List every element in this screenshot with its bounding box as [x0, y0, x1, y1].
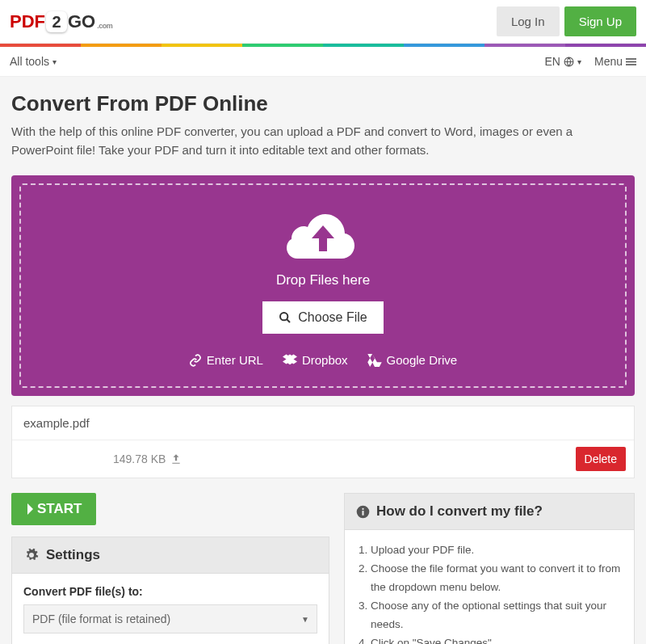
- login-button[interactable]: Log In: [497, 6, 560, 36]
- gears-icon: [23, 548, 40, 562]
- file-name: example.pdf: [12, 406, 634, 440]
- page-title: Convert From PDF Online: [11, 91, 635, 116]
- drop-label: Drop Files here: [34, 272, 612, 288]
- language-label: EN: [545, 55, 560, 68]
- signup-button[interactable]: Sign Up: [564, 6, 636, 36]
- help-heading: How do I convert my file?: [344, 493, 635, 530]
- help-step: Choose any of the optional settings that…: [371, 597, 623, 634]
- file-size-value: 149.78 KB: [113, 452, 166, 465]
- svg-rect-3: [626, 64, 636, 65]
- svg-line-5: [287, 319, 290, 322]
- file-row: example.pdf 149.78 KB Delete: [11, 406, 635, 478]
- chevron-down-icon: ▾: [52, 57, 57, 66]
- enter-url-button[interactable]: Enter URL: [189, 353, 263, 367]
- dropzone[interactable]: Drop Files here Choose File Enter URL Dr…: [11, 175, 635, 396]
- rainbow-divider: [0, 44, 646, 47]
- dropbox-icon: [283, 354, 297, 367]
- page-subtitle: With the help of this online PDF convert…: [11, 123, 635, 159]
- hamburger-icon: [626, 57, 636, 67]
- logo-go: GO: [68, 11, 95, 32]
- chevron-down-icon: ▾: [577, 57, 581, 66]
- svg-point-4: [280, 313, 287, 320]
- dropbox-button[interactable]: Dropbox: [283, 353, 348, 367]
- all-tools-menu[interactable]: All tools ▾: [10, 55, 57, 68]
- subnav: All tools ▾ EN ▾ Menu: [0, 47, 646, 77]
- svg-rect-2: [626, 61, 636, 62]
- svg-point-8: [362, 507, 363, 509]
- dropzone-inner: Drop Files here Choose File Enter URL Dr…: [19, 183, 627, 388]
- start-label: START: [37, 501, 82, 517]
- header: PDF 2 GO .com Log In Sign Up: [0, 0, 646, 44]
- link-icon: [189, 354, 202, 367]
- left-column: START Settings Convert PDF file(s) to: P…: [11, 493, 329, 644]
- settings-label: Settings: [46, 547, 100, 563]
- language-menu[interactable]: EN ▾: [545, 55, 581, 68]
- right-column: How do I convert my file? Upload your PD…: [344, 493, 635, 644]
- google-drive-label: Google Drive: [387, 353, 458, 367]
- help-step: Upload your PDF file.: [371, 541, 623, 560]
- format-select[interactable]: PDF (file format is retained): [23, 604, 317, 633]
- logo[interactable]: PDF 2 GO .com: [10, 11, 112, 32]
- file-meta: 149.78 KB Delete: [12, 440, 634, 478]
- globe-icon: [564, 57, 574, 67]
- logo-com: .com: [97, 22, 112, 30]
- help-step: Choose the file format you want to conve…: [371, 560, 623, 597]
- convert-to-label: Convert PDF file(s) to:: [23, 585, 317, 598]
- logo-two: 2: [46, 11, 67, 32]
- logo-pdf: PDF: [10, 11, 45, 32]
- help-label: How do I convert my file?: [376, 503, 543, 520]
- delete-button[interactable]: Delete: [576, 447, 626, 471]
- two-column-layout: START Settings Convert PDF file(s) to: P…: [11, 493, 635, 644]
- google-drive-button[interactable]: Google Drive: [367, 353, 458, 367]
- settings-panel: Convert PDF file(s) to: PDF (file format…: [11, 574, 329, 644]
- search-icon: [279, 311, 292, 324]
- svg-rect-1: [626, 58, 636, 60]
- auth-buttons: Log In Sign Up: [497, 6, 636, 36]
- google-drive-icon: [367, 354, 382, 367]
- dropbox-label: Dropbox: [302, 353, 348, 367]
- settings-heading: Settings: [11, 537, 329, 574]
- all-tools-label: All tools: [10, 55, 49, 68]
- main-content: Convert From PDF Online With the help of…: [0, 77, 646, 644]
- menu-label: Menu: [594, 55, 623, 68]
- svg-rect-7: [362, 511, 363, 516]
- start-button[interactable]: START: [11, 493, 96, 525]
- choose-file-label: Choose File: [298, 310, 367, 325]
- file-size: 149.78 KB: [113, 452, 182, 465]
- help-panel: Upload your PDF file. Choose the file fo…: [344, 530, 635, 644]
- info-icon: [356, 505, 370, 519]
- enter-url-label: Enter URL: [207, 353, 263, 367]
- help-step: Click on "Save Changes".: [371, 634, 623, 644]
- choose-file-button[interactable]: Choose File: [262, 301, 383, 334]
- cloud-upload-icon: [34, 211, 612, 264]
- menu-toggle[interactable]: Menu: [594, 55, 636, 68]
- upload-icon: [170, 453, 182, 465]
- chevron-right-icon: [26, 503, 34, 515]
- alt-sources: Enter URL Dropbox Google Drive: [34, 353, 612, 367]
- help-steps-list: Upload your PDF file. Choose the file fo…: [356, 541, 623, 644]
